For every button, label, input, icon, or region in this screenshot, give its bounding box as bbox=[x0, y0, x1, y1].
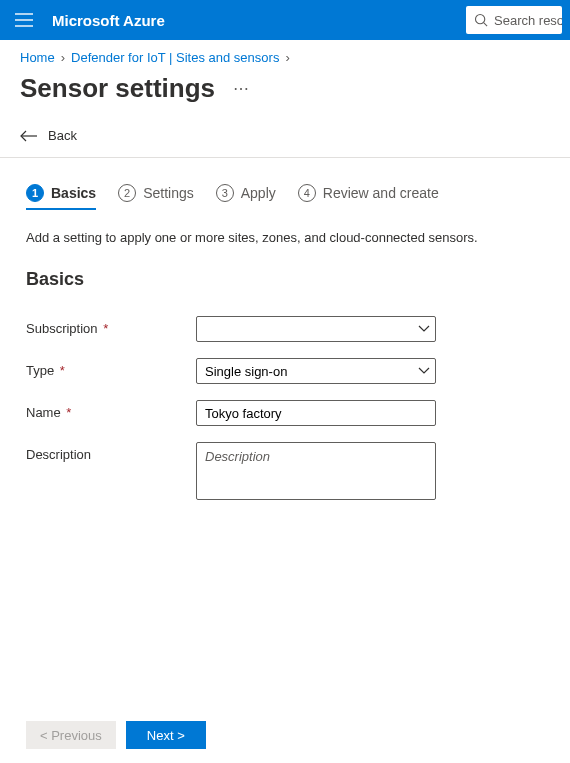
subscription-label: Subscription * bbox=[26, 316, 196, 336]
brand-label: Microsoft Azure bbox=[52, 12, 165, 29]
tab-step-number: 3 bbox=[216, 184, 234, 202]
tab-step-number: 2 bbox=[118, 184, 136, 202]
row-type: Type * bbox=[26, 358, 544, 384]
tab-basics[interactable]: 1 Basics bbox=[26, 184, 96, 210]
helper-text: Add a setting to apply one or more sites… bbox=[26, 230, 544, 245]
tab-review-create[interactable]: 4 Review and create bbox=[298, 184, 439, 210]
search-icon bbox=[474, 13, 488, 27]
tab-settings[interactable]: 2 Settings bbox=[118, 184, 194, 210]
tab-label: Settings bbox=[143, 185, 194, 201]
svg-line-4 bbox=[484, 23, 488, 27]
portal-menu-button[interactable] bbox=[8, 13, 40, 27]
description-label: Description bbox=[26, 442, 196, 462]
chevron-right-icon: › bbox=[61, 50, 65, 65]
arrow-left-icon bbox=[20, 130, 38, 142]
type-select[interactable] bbox=[196, 358, 436, 384]
row-name: Name * bbox=[26, 400, 544, 426]
tab-label: Apply bbox=[241, 185, 276, 201]
previous-button[interactable]: < Previous bbox=[26, 721, 116, 749]
wizard-footer: < Previous Next > bbox=[26, 721, 206, 749]
row-description: Description bbox=[26, 442, 544, 503]
azure-topbar: Microsoft Azure Search resou bbox=[0, 0, 570, 40]
main-content: 1 Basics 2 Settings 3 Apply 4 Review and… bbox=[0, 158, 570, 503]
svg-point-3 bbox=[475, 14, 484, 23]
search-placeholder: Search resou bbox=[494, 13, 562, 28]
tab-step-number: 1 bbox=[26, 184, 44, 202]
row-subscription: Subscription * bbox=[26, 316, 544, 342]
tab-apply[interactable]: 3 Apply bbox=[216, 184, 276, 210]
breadcrumb-sites-sensors[interactable]: Defender for IoT | Sites and sensors bbox=[71, 50, 279, 65]
type-label: Type * bbox=[26, 358, 196, 378]
breadcrumb: Home › Defender for IoT | Sites and sens… bbox=[0, 40, 570, 69]
description-textarea[interactable] bbox=[196, 442, 436, 500]
back-label: Back bbox=[48, 128, 77, 143]
chevron-right-icon: › bbox=[285, 50, 289, 65]
breadcrumb-home[interactable]: Home bbox=[20, 50, 55, 65]
subscription-select[interactable] bbox=[196, 316, 436, 342]
name-input[interactable] bbox=[196, 400, 436, 426]
hamburger-icon bbox=[15, 13, 33, 27]
section-heading: Basics bbox=[26, 269, 544, 290]
title-row: Sensor settings ⋯ bbox=[0, 69, 570, 120]
wizard-tabs: 1 Basics 2 Settings 3 Apply 4 Review and… bbox=[26, 184, 544, 210]
global-search[interactable]: Search resou bbox=[466, 6, 562, 34]
tab-step-number: 4 bbox=[298, 184, 316, 202]
name-label: Name * bbox=[26, 400, 196, 420]
tab-label: Review and create bbox=[323, 185, 439, 201]
more-actions-button[interactable]: ⋯ bbox=[233, 79, 251, 98]
back-button[interactable]: Back bbox=[0, 120, 570, 157]
tab-label: Basics bbox=[51, 185, 96, 201]
page-title: Sensor settings bbox=[20, 73, 215, 104]
next-button[interactable]: Next > bbox=[126, 721, 206, 749]
